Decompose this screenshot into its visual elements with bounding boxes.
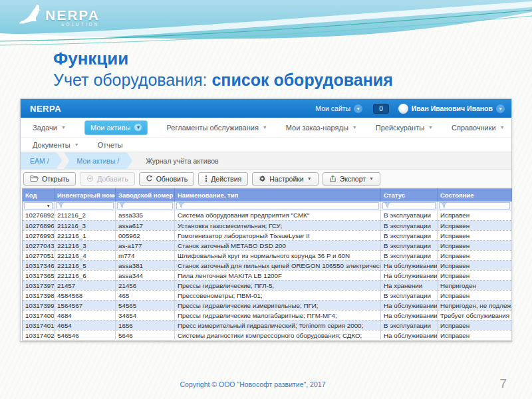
filter-input-2[interactable] [117, 202, 173, 209]
subtitle-bold: список оборудования [211, 70, 392, 89]
table-row[interactable]: 10317365221216_6assa344Пила ленточная MA… [23, 271, 512, 281]
column-header-5[interactable]: Состояние [438, 189, 512, 201]
presentation-slide: NERPA SOLUTION Функции Учет оборудования… [0, 0, 532, 399]
table-cell: В эксплуатации [381, 241, 438, 251]
table-cell: 211216_3 [55, 221, 116, 231]
chevron-down-icon: ▼ [61, 125, 66, 130]
table-cell: Требует обслуживания [438, 311, 512, 321]
menu-item-label: Документы [33, 141, 70, 149]
filter-input-5[interactable] [439, 202, 510, 209]
table-cell: assa335 [116, 211, 175, 221]
my-sites-label: Мои сайты [315, 104, 350, 112]
menu-item-label: Регламенты обслуживания [166, 124, 258, 132]
menu-item-my-work-orders[interactable]: Мои заказ-наряды▼ [286, 124, 357, 132]
table-row[interactable]: 10277043221216_3as-a177Станок заточный M… [23, 241, 512, 251]
table-row[interactable]: 10276892211216_2assa335Система оборудова… [23, 211, 512, 221]
table-cell: Исправен [438, 211, 512, 221]
user-menu[interactable]: Иван Иванович Иванов ▼ [398, 104, 505, 114]
table-cell: 21456 [116, 281, 175, 291]
chevron-down-icon: ▼ [369, 176, 374, 181]
app-header-bar: NERPA Мои сайты ▼ 0 Иван Иванович Иванов… [21, 99, 511, 118]
chevron-down-icon: ▼ [263, 125, 267, 130]
table-cell: 546546 [55, 331, 116, 340]
chevron-down-icon: ▼ [307, 176, 312, 181]
table-cell: На обслуживании [381, 271, 438, 281]
menu-item-reports[interactable]: Отчеты [98, 141, 123, 149]
table-cell: 10317400 [23, 311, 55, 321]
table-cell: Станок заточный для пильных цепей OREGON… [175, 261, 381, 271]
filter-funnel-icon [441, 202, 447, 209]
table-cell: В эксплуатации [381, 291, 438, 301]
table-cell: 221216_6 [55, 271, 116, 281]
table-cell: Исправен [438, 221, 512, 231]
chevron-down-icon[interactable]: ▼ [354, 104, 362, 113]
column-header-0[interactable]: Код [23, 189, 55, 201]
filter-combo-0[interactable]: ▼ [24, 202, 53, 209]
table-header-row: КодИнвентарный номерЗаводской номерНаиме… [23, 189, 512, 201]
column-header-3[interactable]: Наименование, тип [175, 189, 381, 201]
toolbar-button-label: Открыть [42, 175, 69, 183]
table-cell: Исправен [438, 231, 512, 241]
menu-item-price-lists[interactable]: Прейскуранты▼ [376, 124, 433, 132]
table-cell: Исправен [438, 251, 512, 261]
table-row[interactable]: 10317399156456754565Прессы гидравлически… [23, 301, 512, 311]
menu-item-maintenance-regulations[interactable]: Регламенты обслуживания▼ [166, 124, 267, 132]
chevron-down-icon[interactable]: ▼ [496, 104, 505, 113]
main-menu-row-2: Документы▼Отчеты [21, 138, 511, 152]
filter-input-1[interactable] [56, 202, 114, 209]
menu-item-label: Справочники [452, 124, 496, 132]
table-row[interactable]: 1031740146541656Пресс измерительный гидр… [23, 321, 512, 331]
breadcrumb-item-assets-journal: Журнал учёта активов [134, 152, 218, 170]
table-cell: На обслуживании [381, 311, 438, 321]
table-cell: На обслуживании [381, 261, 438, 271]
column-header-2[interactable]: Заводской номер [116, 189, 175, 201]
table-row[interactable]: 10317346221216_5assa381Станок заточный д… [23, 261, 512, 271]
copyright-text: Copyright © ООО "Новософт развитие", 201… [0, 380, 505, 388]
table-row[interactable]: 10317400468434654Прессы гидравлические м… [23, 311, 512, 321]
chevron-down-icon: ▼ [134, 124, 142, 131]
table-cell: Прессы гидравлические малогабаритные; ПГ… [175, 311, 381, 321]
menu-item-reference-books[interactable]: Справочники▼ [452, 124, 505, 132]
slide-subtitle: Учет оборудования: список оборудования [53, 69, 393, 90]
filter-input-3[interactable] [176, 202, 379, 209]
breadcrumb-item-my-assets[interactable]: Мои активы / [64, 152, 133, 170]
refresh-button[interactable]: Обновить [139, 172, 195, 186]
table-cell: 4684 [55, 311, 116, 321]
table-row[interactable]: 10277051221216_4m774Шлифовальный круг из… [23, 251, 512, 261]
table-cell: 221216_5 [55, 261, 116, 271]
table-cell: В эксплуатации [381, 251, 438, 261]
slide-title: Функции [53, 48, 393, 69]
user-avatar [398, 104, 408, 114]
table-cell: В эксплуатации [381, 211, 438, 221]
app-window: NERPA Мои сайты ▼ 0 Иван Иванович Иванов… [20, 98, 512, 342]
export-button[interactable]: Экспорт▼ [323, 172, 380, 186]
table-row[interactable]: 10276993221216_1005962Гомогенизатор лабо… [23, 231, 512, 241]
table-cell: 005962 [116, 231, 175, 241]
table-cell: 10277051 [23, 251, 55, 261]
actions-button[interactable]: Действия [198, 172, 248, 186]
menu-item-tasks[interactable]: Задачи▼ [33, 124, 66, 132]
toolbar-button-label: Действия [211, 175, 241, 183]
open-button[interactable]: Открыть [23, 172, 76, 186]
table-cell: Пила ленточная MAKITA LB 1200F [175, 271, 381, 281]
table-cell: assa344 [116, 271, 175, 281]
menu-item-my-assets[interactable]: Мои активы▼ [84, 120, 148, 135]
table-row[interactable]: 103173972145721456Прессы гидравлические;… [23, 281, 512, 291]
table-cell: 10317402 [23, 331, 55, 340]
user-name: Иван Иванович Иванов [412, 104, 493, 112]
table-row[interactable]: 103173984584568465Прессовенометры; ПВМ-0… [23, 291, 512, 301]
settings-button[interactable]: Настройки▼ [252, 172, 318, 186]
filter-funnel-icon [384, 202, 390, 209]
my-sites-menu[interactable]: Мои сайты ▼ [315, 104, 362, 113]
column-header-4[interactable]: Статус [381, 189, 438, 201]
column-header-1[interactable]: Инвентарный номер [55, 189, 116, 201]
menu-item-documents[interactable]: Документы▼ [33, 141, 79, 149]
table-cell: Исправен [438, 321, 512, 331]
table-cell: 10317397 [23, 281, 55, 291]
table-cell: as-a177 [116, 241, 175, 251]
breadcrumb-item-eam[interactable]: EAM / [21, 152, 63, 170]
filter-input-4[interactable] [382, 202, 436, 209]
page-number: 7 [499, 376, 507, 391]
table-row[interactable]: 103174025465465646Системы диагностики ко… [23, 331, 512, 340]
table-row[interactable]: 10276896211216_3assa617Установка газосме… [23, 221, 512, 231]
